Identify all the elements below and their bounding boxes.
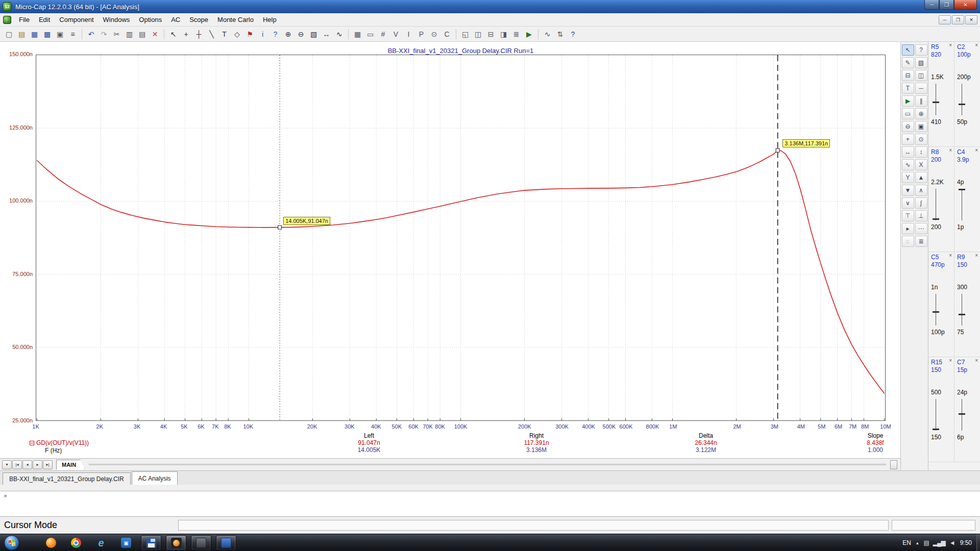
inflection-tool-icon[interactable]: ∫ [915, 197, 927, 209]
vertical-tag-tool-icon[interactable]: ↕ [915, 146, 927, 158]
zoom-in-mode-icon[interactable]: ⊕ [282, 28, 295, 40]
slider-handle[interactable] [933, 218, 939, 220]
node-numbers-icon[interactable]: # [377, 28, 389, 40]
first-page-button[interactable]: |◂ [12, 460, 22, 469]
group-delay-plot[interactable] [36, 55, 886, 421]
zoom-out-tool-icon[interactable]: ⊖ [902, 121, 914, 132]
restore-button[interactable]: ❐ [939, 0, 954, 10]
menu-edit[interactable]: Edit [34, 14, 55, 26]
child-restore-button[interactable]: ❐ [952, 15, 964, 24]
taskbar-app-dark-icon[interactable] [191, 535, 211, 550]
pan-mode-icon[interactable]: ↔ [320, 28, 333, 40]
menu-ac[interactable]: AC [166, 14, 185, 26]
peak-tool-icon[interactable]: ▲ [915, 172, 927, 183]
slider-track[interactable] [962, 399, 962, 431]
slider-close-icon[interactable]: × [975, 43, 978, 48]
slider-close-icon[interactable]: × [975, 148, 978, 153]
print-preview-icon[interactable]: ▣ [54, 28, 66, 40]
help-tool-icon[interactable]: ? [915, 44, 927, 56]
valley-tool-icon[interactable]: ▼ [902, 185, 914, 196]
wire-mode-icon[interactable]: ┼ [192, 28, 205, 40]
taskbar-app-steel-icon[interactable] [216, 535, 236, 550]
slider-handle[interactable] [959, 413, 965, 415]
slider-close-icon[interactable]: × [975, 358, 978, 363]
slider-track[interactable] [962, 84, 962, 115]
properties-icon[interactable]: ≣ [510, 28, 523, 40]
global-high-tool-icon[interactable]: ⊤ [902, 210, 914, 221]
slider-handle[interactable] [933, 311, 939, 313]
grid-toggle-icon[interactable]: ▦ [351, 28, 364, 40]
menu-windows[interactable]: Windows [99, 14, 135, 26]
save-all-icon[interactable]: ▩ [41, 28, 54, 40]
global-low-tool-icon[interactable]: ⊥ [915, 210, 927, 221]
prev-page-button[interactable]: ◂ [22, 460, 32, 469]
slider-handle[interactable] [959, 189, 965, 190]
tray-chevron-icon[interactable]: ▴ [916, 540, 919, 545]
cursor-tool-icon[interactable]: + [902, 134, 914, 145]
node-voltages-icon[interactable]: V [389, 28, 402, 40]
taskbar-internet-explorer-icon[interactable]: e [91, 535, 111, 550]
zoom-fit-tool-icon[interactable]: ▣ [915, 121, 927, 132]
tile-horizontal-icon[interactable]: ⊟ [484, 28, 497, 40]
horizontal-scrollbar[interactable] [89, 464, 886, 465]
page-list-button[interactable]: ▾ [2, 460, 12, 469]
slider-handle[interactable] [933, 102, 939, 103]
copy-icon[interactable]: ▥ [123, 28, 136, 40]
probe-mode-icon[interactable]: ∿ [333, 28, 346, 40]
flag-mode-icon[interactable]: ⚑ [243, 28, 256, 40]
last-page-button[interactable]: ▸| [43, 460, 53, 469]
scrollbar-end-button[interactable] [890, 460, 897, 469]
slider-panel-icon[interactable]: ⇅ [554, 28, 567, 40]
menu-scope[interactable]: Scope [185, 14, 213, 26]
close-button[interactable]: ✕ [954, 0, 977, 10]
text-mode-icon[interactable]: T [218, 28, 231, 40]
minimize-button[interactable]: ─ [924, 0, 939, 10]
data-points-tool-icon[interactable]: ⋯ [915, 223, 927, 234]
slider-track[interactable] [962, 294, 962, 325]
slider-close-icon[interactable]: × [949, 253, 952, 258]
menu-options[interactable]: Options [134, 14, 166, 26]
slider-track[interactable] [936, 294, 936, 325]
horizontal-axis-tool-icon[interactable]: ⊟ [902, 70, 914, 81]
document-tab[interactable]: AC Analysis [132, 471, 178, 485]
open-file-icon[interactable]: ▤ [15, 28, 28, 40]
language-indicator[interactable]: EN [902, 539, 911, 546]
menu-component[interactable]: Component [55, 14, 98, 26]
slider-close-icon[interactable]: × [975, 253, 978, 258]
slider-close-icon[interactable]: × [949, 148, 952, 153]
undo-icon[interactable]: ↶ [85, 28, 97, 40]
tray-icon-3[interactable]: ◄ [949, 539, 955, 546]
trace-legend[interactable]: GD(v(OUT)/v(V11)) [30, 439, 89, 446]
start-button[interactable] [4, 535, 19, 550]
clock[interactable]: 9:50 [960, 539, 972, 546]
zoom-out-mode-icon[interactable]: ⊖ [295, 28, 307, 40]
properties-tool-icon[interactable]: ▧ [915, 57, 927, 68]
sensitive-nodes-icon[interactable]: C [440, 28, 453, 40]
zoom-in-tool-icon[interactable]: ⊕ [915, 108, 927, 119]
print-icon[interactable]: ≡ [66, 28, 79, 40]
slider-handle[interactable] [959, 104, 965, 105]
left-cursor-tag[interactable]: 14.005K,91.047n [283, 217, 330, 225]
taskbar-micro-cap-icon[interactable] [166, 535, 186, 550]
annotate-tool-icon[interactable]: ✎ [902, 57, 914, 68]
component-mode-icon[interactable]: + [180, 28, 192, 40]
select-tool-icon[interactable]: ↖ [902, 44, 914, 56]
new-file-icon[interactable]: ▢ [3, 28, 15, 40]
slider-track[interactable] [936, 84, 936, 115]
pin-connections-icon[interactable]: ⊙ [428, 28, 440, 40]
slider-close-icon[interactable]: × [949, 358, 952, 363]
text-tool-icon[interactable]: T [902, 83, 914, 94]
child-close-button[interactable]: ✕ [965, 15, 977, 24]
taskbar-chrome-icon[interactable] [66, 535, 86, 550]
border-toggle-icon[interactable]: ▭ [364, 28, 377, 40]
align-tool-icon[interactable]: ≣ [915, 236, 927, 247]
page-tab-main[interactable]: MAIN [56, 460, 85, 470]
power-terms-icon[interactable]: P [415, 28, 428, 40]
branch-currents-icon[interactable]: I [402, 28, 415, 40]
high-tool-icon[interactable]: ∧ [915, 185, 927, 196]
right-cursor-tag[interactable]: 3.136M,117.391n [782, 139, 830, 147]
taskbar-app-blue-icon[interactable]: ▣ [116, 535, 136, 550]
split-screen-icon[interactable]: ◨ [497, 28, 510, 40]
scope-tool-icon[interactable]: ▭ [902, 108, 914, 119]
graphics-mode-icon[interactable]: ◇ [231, 28, 243, 40]
